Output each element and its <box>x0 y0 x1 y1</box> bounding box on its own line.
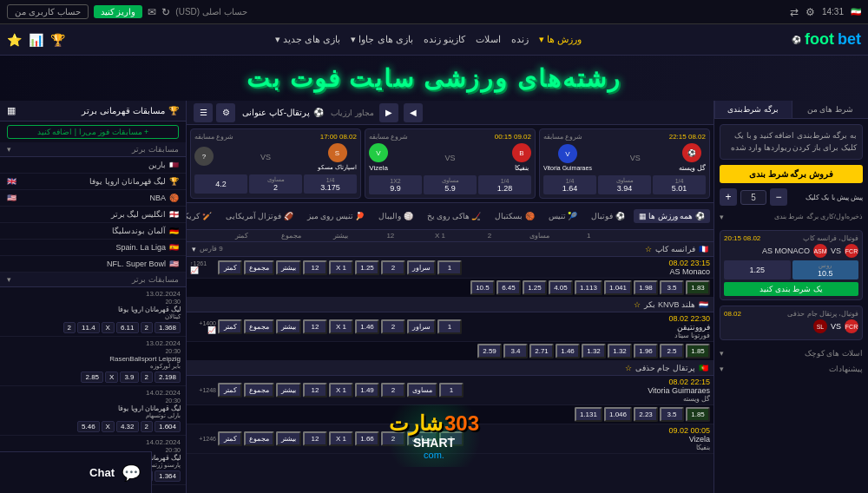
settings-icon[interactable]: ⚙ <box>806 6 815 18</box>
list-btn[interactable]: ☰ <box>194 103 213 122</box>
vitoria-odd-1[interactable]: 1 <box>439 383 464 398</box>
r1-odd-5[interactable]: 2 <box>63 322 76 333</box>
comp-item-bundesliga[interactable]: 🇩🇪 آلمان بوندسلیگا <box>0 223 186 240</box>
vitoria-odd-total[interactable]: مجموع <box>244 383 274 398</box>
vd-odd-4[interactable]: 1.046 <box>604 407 632 422</box>
chat-overlay[interactable]: 💬 Chat <box>0 451 152 493</box>
vizela-odd-2[interactable]: 2 <box>381 431 405 446</box>
knvb-odd-more[interactable]: بیشتر <box>276 319 301 334</box>
france-star-icon[interactable]: ☆ <box>645 245 652 253</box>
chevron-league[interactable]: ▾ <box>192 245 196 253</box>
monaco-odd-x1[interactable]: 1.25 <box>355 260 379 275</box>
odd-2-2[interactable]: مساوی 5.9 <box>424 175 477 194</box>
r3-odd-x[interactable]: X <box>102 421 115 432</box>
refresh-icon[interactable]: ↻ <box>161 6 170 18</box>
portugal-star[interactable]: ☆ <box>625 364 632 372</box>
kd-odd-8[interactable]: 3.4 <box>503 344 528 358</box>
odd-2-1[interactable]: 1/4 1.28 <box>478 175 531 194</box>
r2-odd-x[interactable]: X <box>105 371 118 383</box>
d-odd-1[interactable]: 1.83 <box>686 280 710 295</box>
star-nav-icon[interactable]: ⭐ <box>7 33 22 47</box>
nav-fwd-btn[interactable]: ▶ <box>379 103 398 122</box>
d-odd-4[interactable]: 1.041 <box>604 280 632 295</box>
odd-3-2[interactable]: مساوی 2 <box>249 174 302 194</box>
collapse-results-icon[interactable]: ▾ <box>7 275 11 284</box>
vizela-odd-less[interactable]: کمتر <box>218 431 242 446</box>
deposit-button[interactable]: واریز کنید <box>94 5 143 18</box>
r2-odd-2[interactable]: 2 <box>141 371 153 383</box>
r1-odd-4[interactable]: 11.4 <box>77 322 100 333</box>
comp-item-nfl[interactable]: 🇺🇸 NFL. Super Bowl <box>0 256 186 273</box>
account-button[interactable]: حساب کاربری من <box>7 4 89 19</box>
monaco-odd-1[interactable]: 1 <box>437 260 462 275</box>
knvb-star[interactable]: ☆ <box>634 300 641 309</box>
tab-all-sports[interactable]: ⚽ همه ورزش ها ▦ <box>634 209 710 223</box>
knvb-odd-1[interactable]: 1 <box>437 319 462 334</box>
r2-odd-4[interactable]: 2.85 <box>81 371 103 383</box>
monaco-odd-12[interactable]: 12 <box>303 260 327 275</box>
vizela-odd-more[interactable]: بیشتر <box>276 431 301 446</box>
vd-odd-2[interactable]: 3.5 <box>660 407 684 422</box>
d-odd-3[interactable]: 1.98 <box>634 280 658 295</box>
kd-odd-5[interactable]: 1.32 <box>582 344 606 358</box>
nav-back-btn[interactable]: ◀ <box>404 103 423 122</box>
vitoria-odd-2[interactable]: 2 <box>381 383 405 398</box>
bet-now-btn-1[interactable]: یک شرط بندی کنید <box>724 282 858 296</box>
nav-sports[interactable]: ورزش ها ▾ <box>539 34 582 45</box>
comp-item-laliga[interactable]: 🇪🇸 Spain. La Liga <box>0 240 186 256</box>
r3-odd-1[interactable]: 1.604 <box>155 421 181 432</box>
r1-odd-2[interactable]: 2 <box>141 322 153 333</box>
kd-odd-6[interactable]: 1.46 <box>556 344 580 358</box>
vizela-odd-x12[interactable]: X 1 <box>329 431 353 446</box>
vd-odd-1[interactable]: 1.85 <box>686 407 710 422</box>
vizela-odd-12[interactable]: 12 <box>303 431 327 446</box>
sidebar-tab-betslip[interactable]: برگه شرط‌بندی <box>714 101 792 118</box>
odd-1-1[interactable]: 1/4 5.01 <box>653 175 706 194</box>
tab-football[interactable]: ⚽ فوتبال <box>586 209 630 223</box>
transfer-icon[interactable]: ⇄ <box>790 6 799 18</box>
vd-odd-3[interactable]: 2.23 <box>634 407 658 422</box>
nav-slots[interactable]: اسلات <box>476 34 501 45</box>
message-icon[interactable]: ✉ <box>148 6 156 18</box>
r3-odd-4[interactable]: 5.46 <box>77 421 100 432</box>
kd-odd-3[interactable]: 1.96 <box>634 344 658 358</box>
r1-odd-3[interactable]: 6.11 <box>116 322 139 333</box>
counter-minus[interactable]: − <box>770 188 787 206</box>
chart-icon[interactable]: 📊 <box>29 33 43 47</box>
d-odd-2[interactable]: 3.5 <box>660 280 684 295</box>
comp-item-nba[interactable]: 🏀 NBA 🇺🇸 <box>0 190 186 207</box>
vitoria-odd-less[interactable]: کمتر <box>218 383 242 398</box>
monaco-odd-less[interactable]: کمتر <box>218 260 242 275</box>
add-competitions-btn[interactable]: + مسابقات فوز می‌را | اضافه کنید <box>7 125 179 139</box>
suggestions-section[interactable]: پیشنهادات ▾ <box>720 361 863 377</box>
knvb-odd-less[interactable]: کمتر <box>218 319 242 334</box>
nav-live[interactable]: زنده <box>511 34 529 45</box>
d-odd-8[interactable]: 6.45 <box>496 280 521 295</box>
comp-item-ucl[interactable]: 🏆 لیگ قهرمانان اروپا یوفا 🇬🇧 <box>0 174 186 190</box>
tab-american-football[interactable]: 🏈 فوتزال آمریکایی <box>220 209 299 223</box>
vizela-odd-x1[interactable]: 1.66 <box>355 431 379 446</box>
r1-odd-1[interactable]: 1.368 <box>155 322 181 333</box>
tab-basketball[interactable]: 🏀 بسکتبال <box>490 209 540 223</box>
monaco-odd-total[interactable]: مجموع <box>244 260 274 275</box>
comp-item-bahrain[interactable]: 🇶🇦 بارین <box>0 157 186 174</box>
tab-volleyball[interactable]: 🏐 والیبال <box>373 209 418 223</box>
settings-btn[interactable]: ⚙ <box>216 103 235 122</box>
quick-bets-section[interactable]: ذخیره‌اول/کاری برگه شرط بندی ▾ <box>720 209 863 225</box>
kd-odd-1[interactable]: 1.85 <box>686 344 710 358</box>
knvb-odd-12[interactable]: 12 <box>303 319 327 334</box>
d-odd-6[interactable]: 4.05 <box>549 280 573 295</box>
sell-betslip-button[interactable]: فروش برگه شرط بندی <box>720 165 863 183</box>
r3-odd-2[interactable]: 2 <box>141 421 153 432</box>
odd-3-1[interactable]: 1/4 3.175 <box>304 174 357 194</box>
trophy-icon[interactable]: 🏆 <box>50 33 65 47</box>
knvb-odd-total[interactable]: مجموع <box>244 319 274 334</box>
sidebar-odd-1-2[interactable]: 1.25 <box>724 260 791 279</box>
tab-tabletennis[interactable]: 🏓 تنیس روی میز <box>302 209 371 223</box>
monaco-odd-2[interactable]: 2 <box>381 260 405 275</box>
r4-odd-1[interactable]: 1.364 <box>155 470 181 482</box>
d-odd-5[interactable]: 1.113 <box>575 280 602 295</box>
r1-odd-x[interactable]: X <box>102 322 115 333</box>
monaco-odd-more[interactable]: بیشتر <box>276 260 301 275</box>
vitoria-odd-x12[interactable]: X 1 <box>329 383 353 398</box>
